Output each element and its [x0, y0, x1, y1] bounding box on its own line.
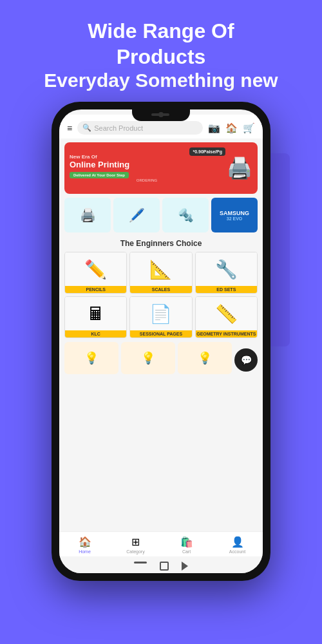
scales-image: 📐 — [130, 252, 191, 286]
nav-home-icon: 🏠 — [79, 536, 91, 548]
hamburger-icon[interactable]: ≡ — [67, 123, 72, 133]
search-placeholder: Search Product — [94, 124, 143, 132]
section-title: The Enginners Choice — [59, 239, 263, 248]
promo-strip: 🖨️ 🖊️ 🔩 SAMSUNG 32 EVO — [64, 198, 258, 232]
phone-bottom-bar — [59, 556, 263, 573]
hero-title: Wide Range Of Products — [44, 18, 278, 70]
banner-title: Online Printing — [70, 160, 224, 170]
home-icon[interactable]: 🏠 — [225, 122, 238, 134]
geometry-label: GEOMETRY INSTRUMENTS — [196, 330, 257, 337]
samsung-label: SAMSUNG — [220, 210, 249, 216]
phone-mockup: ≡ 🔍 Search Product 📷 🏠 🛒 New Era Of Onli… — [52, 102, 270, 581]
chat-button[interactable]: 💬 — [234, 348, 258, 372]
bottom-promo-row: 💡 💡 💡 💬 — [64, 342, 258, 374]
hero-subtitle: Everyday Something new — [44, 70, 278, 91]
product-sessional[interactable]: 📄 SESSIONAL PAGES — [129, 296, 192, 338]
promo-lamp-1[interactable]: 💡 — [64, 342, 118, 374]
product-geometry[interactable]: 📏 GEOMETRY INSTRUMENTS — [195, 296, 258, 338]
product-ed-sets[interactable]: 🔧 ED SETS — [195, 252, 258, 294]
camera-icon[interactable]: 📷 — [208, 122, 220, 134]
nav-cart[interactable]: 🛍️ Cart — [161, 536, 212, 554]
product-scales[interactable]: 📐 SCALES — [129, 252, 192, 294]
banner-delivered-text: Delivered At Your Door Step — [70, 172, 129, 178]
klc-label: KLC — [65, 330, 126, 337]
product-pencils[interactable]: ✏️ PENCILS — [64, 252, 127, 294]
ed-sets-label: ED SETS — [196, 286, 257, 293]
top-bar-icons: 📷 🏠 🛒 — [208, 122, 255, 134]
geometry-image: 📏 — [196, 297, 257, 330]
bottom-nav: 🏠 Home ⊞ Category 🛍️ Cart 👤 Account — [59, 531, 263, 556]
nav-indicator-home — [160, 562, 169, 571]
promo-lamp-3[interactable]: 💡 — [178, 342, 232, 374]
sessional-image: 📄 — [130, 297, 191, 330]
promo-tools[interactable]: 🔩 — [162, 198, 209, 232]
promo-banner[interactable]: New Era Of Online Printing Delivered At … — [64, 142, 258, 194]
nav-category[interactable]: ⊞ Category — [110, 536, 161, 554]
nav-category-icon: ⊞ — [131, 536, 140, 548]
pencils-image: ✏️ — [65, 252, 126, 286]
product-grid: ✏️ PENCILS 📐 SCALES 🔧 ED SETS 🖩 KLC 📄 SE… — [64, 252, 258, 338]
search-icon: 🔍 — [82, 124, 91, 132]
nav-category-label: Category — [126, 549, 144, 554]
klc-image: 🖩 — [65, 297, 126, 330]
nav-cart-icon: 🛍️ — [180, 536, 193, 548]
promo-samsung[interactable]: SAMSUNG 32 EVO — [211, 198, 258, 232]
cart-icon[interactable]: 🛒 — [243, 122, 255, 134]
product-klc[interactable]: 🖩 KLC — [64, 296, 127, 338]
nav-indicator-menu — [134, 562, 147, 564]
nav-indicator-back — [182, 562, 188, 571]
sessional-label: SESSIONAL PAGES — [130, 330, 191, 337]
nav-account-icon: 👤 — [231, 536, 244, 548]
ordering-logo: ORDERING — [70, 178, 224, 182]
banner-content: New Era Of Online Printing Delivered At … — [70, 154, 224, 183]
promo-supplies[interactable]: 🖊️ — [113, 198, 160, 232]
promo-printer[interactable]: 🖨️ — [64, 198, 111, 232]
samsung-sub: 32 EVO — [227, 216, 243, 221]
ed-sets-image: 🔧 — [196, 252, 257, 286]
phone-notch — [132, 109, 190, 121]
nav-cart-label: Cart — [182, 549, 191, 554]
printer-icon: 🖨️ — [227, 156, 252, 180]
promo-lamp-2[interactable]: 💡 — [121, 342, 175, 374]
nav-home-label: Home — [79, 549, 91, 554]
nav-account[interactable]: 👤 Account — [212, 536, 263, 554]
hero-section: Wide Range Of Products Everyday Somethin… — [31, 0, 290, 102]
banner-small-text: New Era Of — [70, 154, 224, 160]
pencils-label: PENCILS — [65, 286, 126, 293]
nav-home[interactable]: 🏠 Home — [59, 536, 110, 554]
scales-label: SCALES — [130, 286, 191, 293]
search-bar[interactable]: 🔍 Search Product — [77, 121, 203, 135]
phone-screen: ≡ 🔍 Search Product 📷 🏠 🛒 New Era Of Onli… — [59, 109, 263, 573]
nav-account-label: Account — [229, 549, 245, 554]
